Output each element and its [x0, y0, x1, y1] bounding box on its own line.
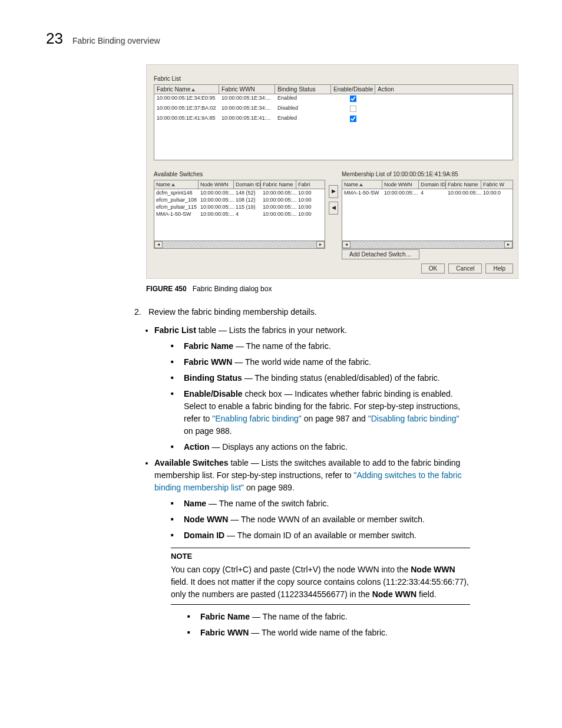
add-detached-switch-button[interactable]: Add Detached Switch…	[342, 249, 419, 259]
move-right-button[interactable]: ▶	[329, 185, 338, 198]
list-item: Available Switches table — Lists the swi…	[154, 457, 470, 542]
list-item: Action — Displays any actions on the fab…	[171, 441, 470, 453]
available-switches-label: Available Switches	[154, 171, 325, 177]
table-row[interactable]: MMA-1-50-SW10:00:00:05:...410:00:00:05:.…	[154, 210, 325, 218]
cancel-button[interactable]: Cancel	[448, 263, 482, 274]
enable-checkbox[interactable]	[350, 116, 357, 123]
table-row[interactable]: 10:00:00:05:1E:34:E0:95 10:00:00:05:1E:3…	[154, 94, 513, 104]
ok-button[interactable]: OK	[421, 263, 445, 274]
list-item: Fabric Name — The name of the fabric.	[171, 340, 470, 353]
membership-list-label: Membership List of 10:00:00:05:1E:41:9A:…	[342, 171, 513, 177]
link-enabling-fabric-binding[interactable]: "Enabling fabric binding"	[212, 414, 302, 423]
list-item: Domain ID — The domain ID of an availabl…	[171, 529, 470, 542]
help-button[interactable]: Help	[485, 263, 513, 274]
list-item: Fabric Name — The name of the fabric.	[187, 611, 470, 623]
list-item: Enable/Disable check box — Indicates whe…	[171, 388, 470, 437]
page-header: 23 Fabric Binding overview	[46, 29, 516, 48]
fabric-list-body: 10:00:00:05:1E:34:E0:95 10:00:00:05:1E:3…	[154, 94, 513, 160]
section-title: Fabric Binding overview	[72, 36, 160, 45]
fabric-binding-dialog-screenshot: Fabric List Fabric Name Fabric WWN Bindi…	[146, 64, 518, 279]
table-row[interactable]: 10:00:00:05:1E:37:BA:02 10:00:00:05:1E:3…	[154, 104, 513, 114]
table-row[interactable]: 10:00:00:05:1E:41:9A:85 10:00:00:05:1E:4…	[154, 114, 513, 124]
enable-checkbox[interactable]	[350, 95, 357, 103]
list-item: Name — The name of the switch fabric.	[171, 498, 470, 510]
sort-asc-icon	[191, 88, 195, 91]
page-number: 23	[46, 29, 63, 48]
table-row[interactable]: dcfm_sprint14810:00:00:05:...148 (52)10:…	[154, 189, 325, 196]
sort-asc-icon	[359, 183, 363, 186]
note-block: NOTE You can copy (Ctrl+C) and paste (Ct…	[171, 548, 470, 605]
list-item: Node WWN — The node WWN of an available …	[171, 513, 470, 526]
body-content: 2. Review the fabric binding membership …	[134, 306, 470, 639]
sort-asc-icon	[171, 183, 175, 186]
move-left-button[interactable]: ◀	[329, 202, 338, 215]
figure-caption: FIGURE 450Fabric Binding dialog box	[146, 285, 516, 293]
fabric-list-label: Fabric List	[154, 75, 513, 82]
list-item: Binding Status — The binding status (ena…	[171, 372, 470, 384]
enable-checkbox[interactable]	[350, 106, 357, 113]
link-disabling-fabric-binding[interactable]: "Disabling fabric binding"	[368, 414, 459, 423]
table-row[interactable]: efcm_pulsar_11510:00:00:05:...115 (19)10…	[154, 203, 325, 210]
horizontal-scrollbar[interactable]: ◂▸	[154, 241, 325, 248]
fabric-list-headers: Fabric Name Fabric WWN Binding Status En…	[154, 84, 513, 94]
membership-list-table: Name Node WWN Domain ID Fabric Name Fabr…	[342, 180, 513, 249]
horizontal-scrollbar[interactable]: ◂▸	[342, 241, 513, 248]
available-switches-table: Name Node WWN Domain ID Fabric Name Fabr…	[154, 180, 325, 249]
list-item: Fabric WWN — The world wide name of the …	[187, 627, 470, 639]
table-row[interactable]: efcm_pulsar_10810:00:00:05:...108 (12)10…	[154, 196, 325, 203]
list-item: Fabric WWN — The world wide name of the …	[171, 356, 470, 368]
step-2: 2. Review the fabric binding membership …	[134, 306, 470, 318]
table-row[interactable]: MMA-1-50-SW10:00:00:05:...410:00:00:05:.…	[342, 189, 513, 196]
list-item: Fabric List table — Lists the fabrics in…	[154, 324, 470, 453]
